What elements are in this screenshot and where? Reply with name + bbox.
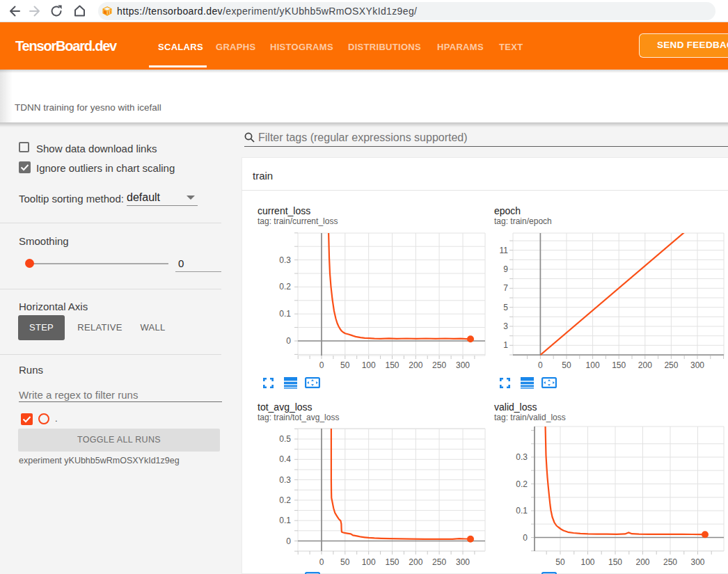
svg-text:0.4: 0.4 bbox=[279, 454, 291, 464]
svg-text:5: 5 bbox=[503, 303, 508, 312]
svg-text:300: 300 bbox=[456, 557, 470, 567]
svg-text:100: 100 bbox=[362, 557, 376, 567]
svg-text:150: 150 bbox=[608, 557, 622, 567]
svg-text:0.3: 0.3 bbox=[279, 255, 291, 265]
svg-text:0: 0 bbox=[319, 360, 324, 369]
svg-text:0.2: 0.2 bbox=[516, 479, 528, 489]
svg-text:0.5: 0.5 bbox=[279, 434, 291, 444]
svg-text:50: 50 bbox=[340, 360, 350, 369]
svg-text:0.1: 0.1 bbox=[516, 506, 528, 516]
svg-text:50: 50 bbox=[562, 360, 571, 369]
svg-text:0.2: 0.2 bbox=[279, 495, 291, 505]
svg-text:150: 150 bbox=[385, 557, 399, 567]
svg-text:0: 0 bbox=[538, 360, 543, 369]
svg-text:50: 50 bbox=[340, 557, 350, 567]
svg-text:0: 0 bbox=[319, 557, 324, 567]
svg-text:250: 250 bbox=[663, 557, 677, 567]
svg-text:0: 0 bbox=[523, 533, 528, 543]
svg-text:3: 3 bbox=[503, 321, 508, 331]
svg-text:11: 11 bbox=[500, 246, 509, 255]
svg-text:250: 250 bbox=[432, 557, 446, 567]
svg-text:100: 100 bbox=[580, 557, 594, 567]
svg-text:100: 100 bbox=[586, 360, 600, 369]
svg-text:250: 250 bbox=[664, 360, 678, 369]
svg-text:200: 200 bbox=[409, 360, 422, 369]
svg-text:200: 200 bbox=[635, 557, 649, 567]
svg-text:0.2: 0.2 bbox=[279, 282, 291, 292]
svg-text:0.1: 0.1 bbox=[279, 516, 291, 525]
svg-text:300: 300 bbox=[456, 360, 470, 369]
svg-text:1: 1 bbox=[503, 340, 508, 350]
svg-text:200: 200 bbox=[638, 360, 652, 369]
svg-text:0.1: 0.1 bbox=[279, 309, 291, 319]
svg-text:0: 0 bbox=[286, 336, 291, 346]
svg-text:50: 50 bbox=[555, 557, 565, 567]
svg-text:150: 150 bbox=[612, 360, 626, 369]
svg-text:250: 250 bbox=[432, 360, 446, 369]
svg-text:100: 100 bbox=[362, 360, 376, 369]
svg-text:150: 150 bbox=[385, 360, 399, 369]
svg-text:7: 7 bbox=[503, 283, 508, 293]
svg-text:9: 9 bbox=[503, 264, 508, 274]
svg-text:0.3: 0.3 bbox=[279, 475, 291, 485]
svg-text:200: 200 bbox=[409, 557, 422, 567]
svg-text:0.3: 0.3 bbox=[516, 452, 528, 462]
svg-text:0: 0 bbox=[286, 536, 291, 546]
svg-text:300: 300 bbox=[690, 557, 704, 567]
svg-text:300: 300 bbox=[690, 360, 704, 369]
